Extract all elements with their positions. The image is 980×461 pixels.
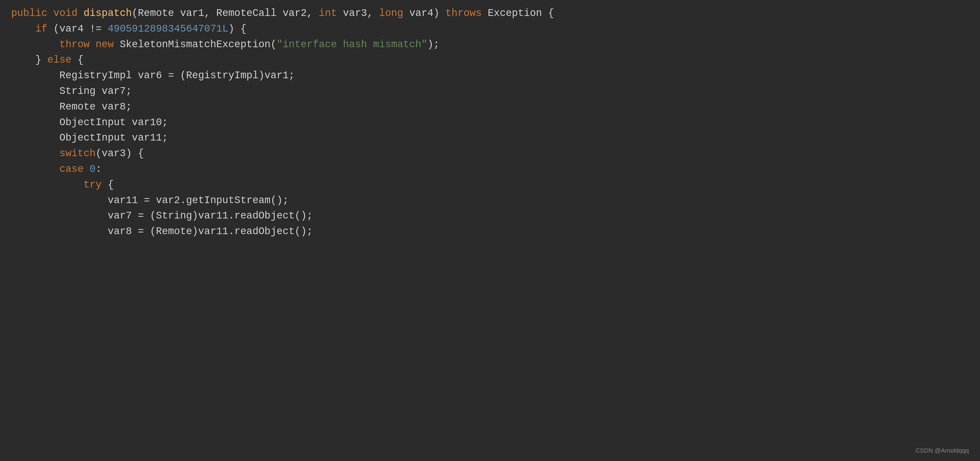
- code-token: throw: [59, 39, 90, 50]
- code-line: RegistryImpl var6 = (RegistryImpl)var1;: [11, 68, 969, 83]
- code-token: else: [48, 54, 72, 65]
- code-line: ObjectInput var10;: [11, 115, 969, 131]
- code-line: switch(var3) {: [11, 146, 969, 161]
- code-line: try {: [11, 177, 969, 193]
- code-line: ObjectInput var11;: [11, 130, 969, 146]
- code-token: :: [95, 163, 102, 175]
- code-token: String var7;: [59, 86, 132, 97]
- code-line: throw new SkeletonMismatchException("int…: [11, 37, 969, 53]
- code-token: Remote var8;: [59, 101, 132, 113]
- code-editor: public void dispatch(Remote var1, Remote…: [11, 6, 969, 239]
- code-token: [83, 163, 90, 175]
- code-line: var11 = var2.getInputStream();: [11, 193, 969, 209]
- code-token: try: [83, 179, 102, 191]
- code-token: {: [102, 179, 114, 191]
- code-token: var8 = (Remote)var11.readObject();: [108, 226, 313, 237]
- code-token: Exception {: [482, 8, 554, 19]
- code-token: var4): [403, 8, 445, 19]
- code-token: (var3) {: [95, 148, 144, 159]
- code-token: switch: [59, 148, 96, 159]
- code-token: throws: [445, 8, 482, 19]
- code-token: int: [319, 8, 337, 19]
- code-token: if: [35, 23, 47, 35]
- code-line: var7 = (String)var11.readObject();: [11, 208, 969, 224]
- code-token: (var4 !=: [48, 23, 108, 35]
- code-token: [78, 8, 84, 19]
- code-token: var3,: [337, 8, 379, 19]
- code-line: case 0:: [11, 161, 969, 177]
- code-line: if (var4 != 4905912898345647071L) {: [11, 21, 969, 37]
- code-token: SkeletonMismatchException(: [114, 39, 277, 50]
- watermark: CSDN @Arnoldqqq: [915, 446, 969, 455]
- code-token: dispatch: [83, 8, 132, 19]
- code-token: }: [35, 54, 47, 65]
- code-token: var11 = var2.getInputStream();: [108, 195, 289, 206]
- code-token: (Remote var1, RemoteCall var2,: [132, 8, 319, 19]
- code-token: [90, 39, 96, 50]
- code-token: RegistryImpl var6 = (RegistryImpl)var1;: [59, 70, 295, 81]
- code-line: public void dispatch(Remote var1, Remote…: [11, 6, 969, 21]
- code-line: var8 = (Remote)var11.readObject();: [11, 224, 969, 239]
- code-token: 4905912898345647071L: [108, 23, 228, 35]
- code-token: case: [59, 163, 83, 175]
- code-token: long: [379, 8, 403, 19]
- code-token: ObjectInput var10;: [59, 117, 168, 128]
- code-token: {: [72, 54, 83, 65]
- code-token: void: [53, 8, 77, 19]
- code-token: 0: [90, 163, 96, 175]
- code-token: new: [95, 39, 114, 50]
- code-token: ObjectInput var11;: [59, 132, 168, 144]
- code-token: [48, 8, 54, 19]
- code-line: Remote var8;: [11, 99, 969, 115]
- code-token: var7 = (String)var11.readObject();: [108, 210, 313, 222]
- code-line: } else {: [11, 52, 969, 68]
- code-line: String var7;: [11, 83, 969, 99]
- code-token: ) {: [228, 23, 247, 35]
- code-token: "interface hash mismatch": [277, 39, 428, 50]
- code-token: );: [428, 39, 439, 50]
- code-token: public: [11, 8, 48, 19]
